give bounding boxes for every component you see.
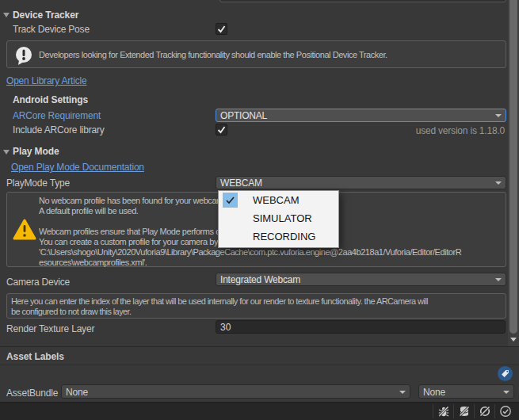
assetbundle-value: None bbox=[66, 387, 88, 398]
warning-triangle-icon bbox=[12, 218, 37, 242]
chevron-down-icon bbox=[495, 181, 502, 185]
camera-device-value: Integrated Webcam bbox=[220, 274, 300, 285]
section-header-device-tracker[interactable]: Device Tracker bbox=[13, 10, 78, 21]
menu-item-webcam[interactable]: WEBCAM bbox=[219, 191, 338, 209]
checkmark-icon bbox=[225, 195, 235, 205]
camera-device-dropdown[interactable]: Integrated Webcam bbox=[216, 273, 506, 286]
chevron-down-icon bbox=[495, 114, 502, 117]
chevron-down-icon bbox=[495, 278, 502, 281]
assetbundle-dropdown[interactable]: None bbox=[61, 384, 410, 399]
selected-check-highlight bbox=[223, 193, 238, 208]
foldout-arrow-play-mode[interactable] bbox=[3, 150, 10, 155]
render-texture-layer-input[interactable] bbox=[216, 320, 506, 334]
extended-tracking-info-box: Developers looking for Extended Tracking… bbox=[6, 40, 506, 68]
assetbundle-variant-value: None bbox=[423, 387, 445, 398]
check-circle-icon[interactable] bbox=[494, 404, 515, 418]
warning-line-5: 'C:\Users\shogo\Unity\2020Vuforia9\Libra… bbox=[39, 247, 503, 258]
playmode-type-label: PlayMode Type bbox=[6, 178, 70, 189]
visibility-disabled-icon[interactable] bbox=[474, 404, 494, 418]
section-header-play-mode[interactable]: Play Mode bbox=[13, 146, 59, 157]
render-layer-help-box: Here you can enter the index of the laye… bbox=[6, 293, 506, 319]
checkmark-icon bbox=[216, 24, 227, 34]
arcore-requirement-label[interactable]: ARCore Requirement bbox=[13, 110, 101, 121]
assetbundle-disabled-icon[interactable] bbox=[453, 404, 474, 418]
info-bubble-icon bbox=[13, 45, 34, 66]
playmode-type-value: WEBCAM bbox=[220, 178, 262, 189]
menu-item-simulator[interactable]: SIMULATOR bbox=[219, 209, 338, 227]
vertical-scrollbar[interactable] bbox=[508, 0, 519, 346]
playmode-type-open-menu: WEBCAM SIMULATOR RECORDING bbox=[218, 190, 339, 248]
include-arcore-checkbox[interactable] bbox=[216, 124, 227, 136]
scrollbar-thumb[interactable] bbox=[509, 0, 517, 334]
scrollbar-down-arrow-icon[interactable] bbox=[510, 338, 517, 342]
asset-label-tag-button[interactable] bbox=[498, 366, 513, 381]
playmode-type-dropdown[interactable]: WEBCAM bbox=[216, 176, 506, 189]
chevron-down-icon bbox=[503, 391, 509, 394]
camera-device-label: Camera Device bbox=[6, 277, 70, 288]
checkmark-icon bbox=[216, 124, 227, 135]
inspector-footer-bar bbox=[0, 402, 519, 420]
assetbundle-variant-dropdown[interactable]: None bbox=[418, 384, 514, 399]
arcore-requirement-value: OPTIONAL bbox=[220, 110, 267, 121]
tag-icon bbox=[501, 369, 509, 378]
section-header-asset-labels: Asset Labels bbox=[6, 351, 64, 362]
menu-item-recording[interactable]: RECORDING bbox=[219, 227, 338, 246]
arcore-requirement-dropdown[interactable]: OPTIONAL bbox=[216, 109, 506, 122]
divider bbox=[0, 365, 519, 365]
assetbundle-label: AssetBundle bbox=[6, 388, 58, 399]
render-layer-help-line-2: be configured to not draw this layer. bbox=[11, 307, 502, 317]
warning-line-6: esources\webcamprofiles.xml'. bbox=[39, 258, 503, 268]
render-layer-help-line-1: Here you can enter the index of the laye… bbox=[11, 296, 502, 307]
divider bbox=[0, 346, 519, 347]
arcore-version-note: used version is 1.18.0 bbox=[416, 125, 505, 136]
render-texture-layer-label: Render Texture Layer bbox=[6, 323, 94, 334]
track-device-pose-label: Track Device Pose bbox=[13, 24, 90, 35]
foldout-arrow-device-tracker[interactable] bbox=[3, 13, 10, 17]
bug-disabled-icon[interactable] bbox=[433, 404, 453, 418]
info-box-text: Developers looking for Extended Tracking… bbox=[39, 50, 387, 60]
open-library-article-link[interactable]: Open Library Article bbox=[6, 75, 86, 86]
open-play-mode-doc-link[interactable]: Open Play Mode Documentation bbox=[11, 162, 144, 173]
include-arcore-label: Include ARCore library bbox=[13, 124, 105, 136]
section-header-android-settings: Android Settings bbox=[13, 94, 88, 105]
clipped-field-top[interactable] bbox=[219, 0, 506, 2]
track-device-pose-checkbox[interactable] bbox=[216, 23, 227, 35]
chevron-down-icon bbox=[399, 391, 406, 394]
unity-inspector-panel: Device Tracker Track Device Pose Develop… bbox=[0, 0, 519, 420]
